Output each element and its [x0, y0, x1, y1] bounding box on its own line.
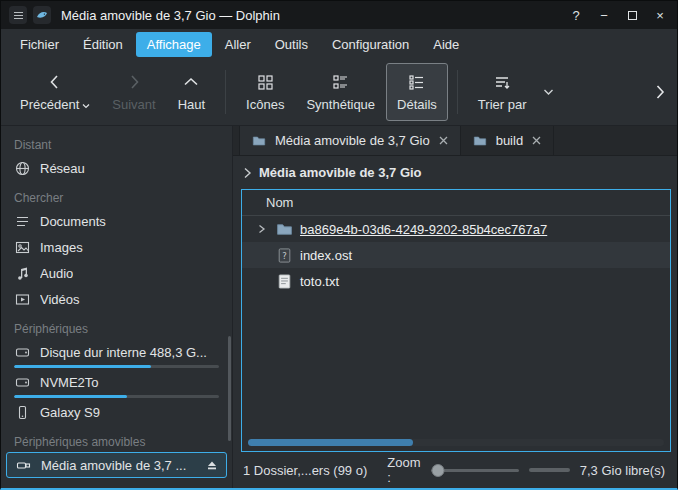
sidebar-item-label: Images — [40, 240, 83, 255]
image-icon — [14, 240, 31, 255]
sidebar-item-label: Documents — [40, 214, 106, 229]
zoom-slider-handle[interactable] — [431, 464, 444, 477]
forward-button[interactable]: Suivant — [101, 63, 166, 121]
sidebar-item-label: Galaxy S9 — [40, 405, 100, 420]
sort-by-button[interactable]: Trier par — [467, 63, 538, 121]
main-area: Média amovible de 3,7 Gio build — [233, 126, 677, 488]
menu-aller[interactable]: Aller — [214, 32, 262, 57]
icons-view-label: Icônes — [246, 97, 284, 112]
harddrive-icon — [14, 375, 31, 390]
window-controls: ? − × — [567, 6, 669, 24]
zoom-slider[interactable] — [431, 463, 519, 477]
window-title: Média amovible de 3,7 Gio — Dolphin — [61, 8, 280, 23]
sidebar-item-galaxy-s9[interactable]: Galaxy S9 — [1, 399, 232, 425]
tab-label: build — [496, 133, 523, 148]
tab-media-amovible[interactable]: Média amovible de 3,7 Gio — [239, 126, 461, 155]
section-header-distant: Distant — [1, 134, 232, 155]
file-list: ba869e4b-03d6-4249-9202-85b4cec767a7 ? i… — [242, 216, 670, 451]
compact-view-button[interactable]: Synthétique — [295, 63, 386, 121]
menu-configuration[interactable]: Configuration — [321, 32, 420, 57]
horizontal-scrollbar-handle[interactable] — [248, 439, 413, 446]
dolphin-app-icon — [33, 6, 51, 24]
text-file-icon — [275, 273, 293, 290]
icons-view-button[interactable]: Icônes — [235, 63, 295, 121]
menu-outils[interactable]: Outils — [264, 32, 319, 57]
dolphin-window: Média amovible de 3,7 Gio — Dolphin ? − … — [0, 0, 678, 490]
tab-label: Média amovible de 3,7 Gio — [275, 133, 430, 148]
items-summary: 1 Dossier,...ers (99 o) — [243, 463, 367, 478]
file-row-folder[interactable]: ba869e4b-03d6-4249-9202-85b4cec767a7 — [242, 216, 670, 242]
menu-edition[interactable]: Édition — [72, 32, 134, 57]
sort-by-dropdown-chevron-icon[interactable] — [543, 88, 554, 96]
phone-icon — [14, 405, 31, 420]
toolbar-separator — [225, 70, 226, 114]
help-button[interactable]: ? — [567, 6, 585, 24]
eject-icon[interactable] — [206, 459, 218, 471]
sidebar-item-label: Réseau — [40, 161, 85, 176]
up-button[interactable]: Haut — [167, 63, 216, 121]
sidebar-scrollbar[interactable] — [228, 336, 231, 441]
toolbar-separator — [457, 70, 458, 114]
sidebar-item-reseau[interactable]: Réseau — [1, 155, 232, 181]
chevron-down-icon — [82, 103, 90, 109]
sidebar-item-label: NVME2To — [40, 375, 99, 390]
toolbar: Précédent Suivant Haut Icônes — [1, 59, 677, 126]
section-header-peripheriques: Périphériques — [1, 318, 232, 339]
unknown-file-icon: ? — [275, 247, 293, 264]
disk-usage-bar — [14, 395, 219, 398]
chevron-right-icon[interactable] — [243, 167, 252, 179]
places-panel: Distant Réseau Chercher Documents Images — [1, 126, 233, 488]
tab-close-icon[interactable] — [530, 134, 543, 147]
file-name: toto.txt — [300, 274, 339, 289]
sidebar-item-documents[interactable]: Documents — [1, 208, 232, 234]
section-header-chercher: Chercher — [1, 187, 232, 208]
file-row-index-ost[interactable]: ? index.ost — [242, 242, 670, 268]
expander-chevron-icon[interactable] — [254, 224, 268, 234]
sidebar-item-nvme2to[interactable]: NVME2To — [1, 369, 232, 399]
sort-by-label: Trier par — [478, 97, 527, 112]
toolbar-overflow-chevron-icon[interactable] — [655, 84, 669, 100]
sidebar-item-audio[interactable]: Audio — [1, 260, 232, 286]
usb-drive-icon — [15, 458, 32, 473]
free-space-label: 7,3 Gio libre(s) — [580, 463, 665, 478]
column-header-nom[interactable]: Nom — [242, 190, 670, 216]
section-header-peripheriques-amovibles: Périphériques amovibles — [1, 431, 232, 452]
file-view: Nom ba869e4b-03d6-4249-9202-85b4cec767a7 — [241, 189, 671, 452]
tab-close-icon[interactable] — [437, 134, 450, 147]
details-view-button[interactable]: Détails — [386, 63, 448, 121]
free-space-bar — [529, 468, 570, 472]
breadcrumb-location[interactable]: Média amovible de 3,7 Gio — [259, 165, 422, 180]
menu-aide[interactable]: Aide — [422, 32, 470, 57]
menu-fichier[interactable]: Fichier — [9, 32, 70, 57]
maximize-button[interactable] — [623, 6, 641, 24]
sidebar-item-label: Média amovible de 3,7 ... — [41, 458, 186, 473]
sidebar-item-label: Vidéos — [40, 292, 80, 307]
sidebar-item-disque-dur-interne[interactable]: Disque dur interne 488,3 G... — [1, 339, 232, 369]
back-button[interactable]: Précédent — [9, 63, 101, 121]
folder-icon — [275, 221, 293, 238]
window-body: Distant Réseau Chercher Documents Images — [1, 126, 677, 488]
video-icon — [14, 292, 31, 307]
sort-icon — [494, 72, 511, 92]
chevron-right-icon — [126, 72, 142, 92]
sidebar-item-images[interactable]: Images — [1, 234, 232, 260]
sidebar-item-media-amovible[interactable]: Média amovible de 3,7 ... — [6, 452, 227, 478]
minimize-button[interactable]: − — [595, 6, 613, 24]
sidebar-item-videos[interactable]: Vidéos — [1, 286, 232, 312]
svg-text:?: ? — [282, 250, 287, 260]
hamburger-menu-icon[interactable] — [9, 6, 27, 24]
folder-icon — [471, 134, 489, 148]
disk-usage-fill — [14, 365, 151, 368]
breadcrumb: Média amovible de 3,7 Gio — [233, 156, 677, 189]
menubar: Fichier Édition Affichage Aller Outils C… — [1, 29, 677, 59]
folder-icon — [250, 134, 268, 148]
tab-build[interactable]: build — [461, 126, 554, 155]
file-name: ba869e4b-03d6-4249-9202-85b4cec767a7 — [300, 222, 547, 237]
up-label: Haut — [178, 97, 205, 112]
file-row-toto-txt[interactable]: toto.txt — [242, 268, 670, 294]
menu-affichage[interactable]: Affichage — [136, 32, 212, 57]
disk-usage-fill — [14, 395, 127, 398]
zoom-label: Zoom : — [387, 455, 420, 485]
close-button[interactable]: × — [651, 6, 669, 24]
audio-icon — [14, 266, 31, 281]
